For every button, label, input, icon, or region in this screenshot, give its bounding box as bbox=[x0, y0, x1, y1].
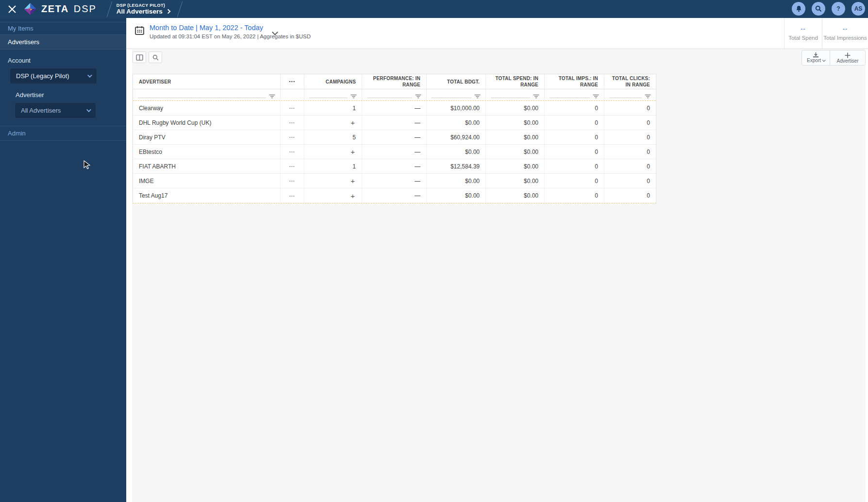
divider bbox=[0, 49, 126, 50]
add-advertiser-label: Advertiser bbox=[836, 58, 858, 64]
filter-icon[interactable] bbox=[533, 94, 539, 99]
row-menu-icon[interactable]: ••• bbox=[281, 101, 304, 115]
cell-advertiser[interactable]: DHL Rugby World Cup (UK) bbox=[133, 116, 281, 130]
chevron-down-icon bbox=[822, 58, 826, 62]
row-menu-icon[interactable]: ••• bbox=[281, 116, 304, 130]
cell-campaigns: 1 bbox=[304, 159, 362, 173]
breadcrumb-page: All Advertisers bbox=[117, 8, 163, 16]
column-header-total-clicks[interactable]: TOTAL CLICKS: IN RANGE bbox=[604, 74, 656, 89]
table-search-icon bbox=[152, 54, 159, 61]
filter-icon[interactable] bbox=[474, 94, 481, 99]
close-icon[interactable] bbox=[8, 5, 17, 14]
column-header-total-spend[interactable]: TOTAL SPEND: IN RANGE bbox=[486, 74, 545, 89]
sidebar: My Items Advertisers Account DSP (Legacy… bbox=[0, 18, 126, 502]
filter-icon[interactable] bbox=[593, 94, 599, 99]
sidebar-item-label: Advertisers bbox=[8, 38, 39, 46]
row-menu-icon[interactable]: ••• bbox=[281, 159, 304, 173]
sidebar-item-admin[interactable]: Admin bbox=[0, 126, 126, 140]
add-advertiser-button[interactable]: Advertiser bbox=[830, 50, 866, 66]
filter-cell-total_clicks bbox=[604, 89, 656, 100]
total-spend-stat: -- Total Spend bbox=[784, 18, 822, 49]
column-header-total-budget[interactable]: TOTAL BDGT. bbox=[427, 74, 486, 89]
advertiser-select[interactable]: All Advertisers bbox=[15, 102, 96, 118]
filter-icon[interactable] bbox=[645, 94, 651, 99]
filter-input[interactable] bbox=[550, 97, 590, 98]
content-panel: Export Advertiser ADVERTISER ••• CAMPAIG… bbox=[132, 49, 866, 502]
table-search-button[interactable] bbox=[149, 51, 162, 63]
cell-total_imps: 0 bbox=[545, 101, 604, 115]
filter-cell-total_budget bbox=[427, 89, 486, 100]
top-bar: ZETA DSP DSP (LEGACY PILOT) All Advertis… bbox=[0, 0, 868, 18]
cell-performance: — bbox=[362, 101, 427, 115]
account-select[interactable]: DSP (Legacy Pilot) bbox=[10, 68, 97, 84]
filter-input[interactable] bbox=[309, 97, 348, 98]
total-spend-value: -- bbox=[801, 26, 806, 33]
filter-input[interactable] bbox=[609, 97, 642, 98]
divider bbox=[0, 140, 126, 141]
cell-total_budget: $0.00 bbox=[427, 145, 486, 159]
advertiser-select-value: All Advertisers bbox=[21, 107, 61, 114]
cell-advertiser[interactable]: Test Aug17 bbox=[133, 188, 281, 203]
row-menu-icon[interactable]: ••• bbox=[281, 174, 304, 188]
columns-icon bbox=[136, 54, 143, 61]
sidebar-item-my-items[interactable]: My Items bbox=[0, 22, 126, 34]
row-menu-icon[interactable]: ••• bbox=[281, 145, 304, 159]
add-campaign-button[interactable]: + bbox=[304, 174, 362, 188]
calendar-icon bbox=[135, 26, 144, 35]
date-range-title[interactable]: Month to Date | May 1, 2022 - Today bbox=[150, 24, 311, 32]
filter-input[interactable] bbox=[491, 97, 530, 98]
table-header-row: ADVERTISER ••• CAMPAIGNS PERFORMANCE: IN… bbox=[133, 74, 656, 89]
cell-advertiser[interactable]: IMGE bbox=[133, 174, 281, 188]
column-menu-icon[interactable]: ••• bbox=[281, 74, 304, 89]
filter-input[interactable] bbox=[138, 97, 266, 98]
chevron-right-icon[interactable] bbox=[166, 9, 170, 14]
cell-total_spend: $0.00 bbox=[486, 116, 545, 130]
bell-icon bbox=[796, 5, 802, 12]
avatar[interactable]: AS bbox=[851, 2, 865, 16]
cell-advertiser[interactable]: EBtestco bbox=[133, 145, 281, 159]
notifications-button[interactable] bbox=[792, 2, 805, 16]
export-button[interactable]: Export bbox=[801, 50, 830, 66]
cell-total_spend: $0.00 bbox=[486, 159, 545, 173]
row-menu-icon[interactable]: ••• bbox=[281, 130, 304, 144]
column-header-performance[interactable]: PERFORMANCE: IN RANGE bbox=[362, 74, 427, 89]
table-row: DHL Rugby World Cup (UK)•••+—$0.00$0.000… bbox=[133, 116, 656, 130]
table-row: FIAT ABARTH•••1—$12,584.39$0.0000 bbox=[133, 159, 656, 174]
chevron-down-icon bbox=[87, 73, 92, 78]
filter-cell-advertiser bbox=[133, 89, 281, 100]
table-row: Diray PTV•••5—$60,924.00$0.0000 bbox=[133, 130, 656, 145]
cell-advertiser[interactable]: FIAT ABARTH bbox=[133, 159, 281, 173]
column-header-campaigns[interactable]: CAMPAIGNS bbox=[304, 74, 362, 89]
cell-total_budget: $12,584.39 bbox=[427, 159, 486, 173]
filter-icon[interactable] bbox=[269, 94, 275, 99]
cell-total_clicks: 0 bbox=[604, 174, 656, 188]
columns-toggle-button[interactable] bbox=[133, 51, 146, 63]
brand-dsp: DSP bbox=[74, 3, 97, 15]
row-menu-icon[interactable]: ••• bbox=[281, 188, 304, 203]
filter-input[interactable] bbox=[432, 97, 471, 98]
cell-total_budget: $0.00 bbox=[427, 174, 486, 188]
cell-advertiser[interactable]: Diray PTV bbox=[133, 130, 281, 144]
table-row: IMGE•••+—$0.00$0.0000 bbox=[133, 174, 656, 188]
cell-total_clicks: 0 bbox=[604, 116, 656, 130]
search-button[interactable] bbox=[812, 2, 825, 16]
cell-performance: — bbox=[362, 159, 427, 173]
add-campaign-button[interactable]: + bbox=[304, 116, 362, 130]
cell-advertiser[interactable]: Clearway bbox=[133, 101, 281, 115]
date-range-picker[interactable]: Month to Date | May 1, 2022 - Today Upda… bbox=[135, 24, 311, 39]
sidebar-item-advertisers[interactable]: Advertisers bbox=[0, 35, 126, 49]
table-actions: Export Advertiser bbox=[801, 50, 866, 66]
filter-input[interactable] bbox=[367, 97, 412, 98]
filter-icon[interactable] bbox=[351, 94, 357, 99]
cell-total_clicks: 0 bbox=[604, 188, 656, 203]
add-campaign-button[interactable]: + bbox=[304, 145, 362, 159]
help-button[interactable]: ? bbox=[832, 2, 845, 16]
cell-campaigns: 1 bbox=[304, 101, 362, 115]
breadcrumb[interactable]: DSP (LEGACY PILOT) All Advertisers bbox=[117, 3, 170, 16]
add-campaign-button[interactable]: + bbox=[304, 188, 362, 203]
filter-icon[interactable] bbox=[415, 94, 421, 99]
column-header-total-imps[interactable]: TOTAL IMPS.: IN RANGE bbox=[545, 74, 604, 89]
cell-total_spend: $0.00 bbox=[486, 174, 545, 188]
column-header-advertiser[interactable]: ADVERTISER bbox=[133, 74, 281, 89]
avatar-initials: AS bbox=[854, 5, 863, 12]
